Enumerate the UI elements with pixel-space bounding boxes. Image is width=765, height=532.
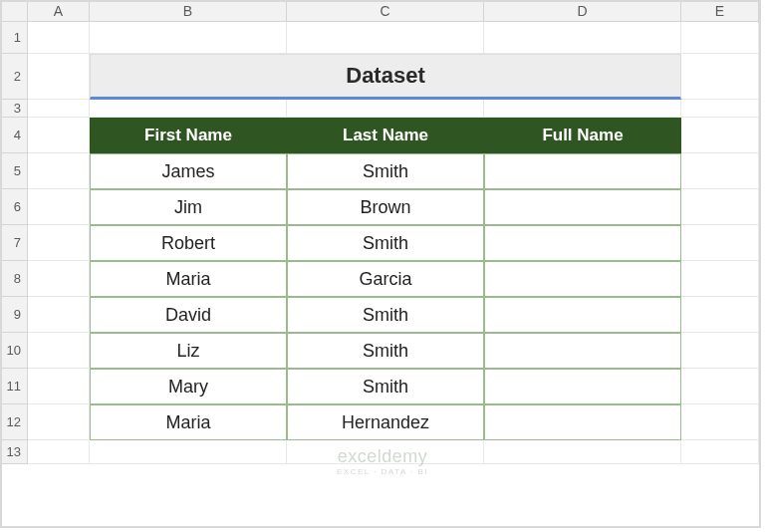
- cell-C13[interactable]: [287, 440, 484, 464]
- row-header-13[interactable]: 13: [0, 440, 28, 464]
- cell-E2[interactable]: [681, 54, 759, 100]
- cell-C11[interactable]: Smith: [287, 369, 484, 404]
- cell-C1[interactable]: [287, 22, 484, 54]
- cell-B11[interactable]: Mary: [90, 369, 287, 404]
- cell-C12[interactable]: Hernandez: [287, 404, 484, 440]
- cell-D8[interactable]: [484, 261, 681, 297]
- cell-E7[interactable]: [681, 225, 759, 261]
- cell-A8[interactable]: [28, 261, 90, 297]
- cell-A13[interactable]: [28, 440, 90, 464]
- cell-D12[interactable]: [484, 404, 681, 440]
- cell-E5[interactable]: [681, 153, 759, 189]
- cell-A5[interactable]: [28, 153, 90, 189]
- cell-A10[interactable]: [28, 333, 90, 369]
- cell-A12[interactable]: [28, 404, 90, 440]
- header-last-name[interactable]: Last Name: [287, 118, 484, 153]
- col-header-E[interactable]: E: [681, 0, 759, 22]
- cell-E6[interactable]: [681, 189, 759, 225]
- cell-D10[interactable]: [484, 333, 681, 369]
- col-header-A[interactable]: A: [28, 0, 90, 22]
- row-header-6[interactable]: 6: [0, 189, 28, 225]
- cell-C8[interactable]: Garcia: [287, 261, 484, 297]
- cell-B10[interactable]: Liz: [90, 333, 287, 369]
- row-header-9[interactable]: 9: [0, 297, 28, 333]
- row-header-7[interactable]: 7: [0, 225, 28, 261]
- row-header-12[interactable]: 12: [0, 404, 28, 440]
- cell-B6[interactable]: Jim: [90, 189, 287, 225]
- row-header-3[interactable]: 3: [0, 100, 28, 118]
- cell-B3[interactable]: [90, 100, 287, 118]
- cell-E12[interactable]: [681, 404, 759, 440]
- cell-E1[interactable]: [681, 22, 759, 54]
- cell-B8[interactable]: Maria: [90, 261, 287, 297]
- cell-A7[interactable]: [28, 225, 90, 261]
- cell-D9[interactable]: [484, 297, 681, 333]
- row-header-2[interactable]: 2: [0, 54, 28, 100]
- cell-E4[interactable]: [681, 118, 759, 153]
- cell-E8[interactable]: [681, 261, 759, 297]
- cell-B9[interactable]: David: [90, 297, 287, 333]
- col-header-D[interactable]: D: [484, 0, 681, 22]
- row-header-11[interactable]: 11: [0, 369, 28, 404]
- cell-A1[interactable]: [28, 22, 90, 54]
- cell-A4[interactable]: [28, 118, 90, 153]
- header-full-name[interactable]: Full Name: [484, 118, 681, 153]
- cell-E10[interactable]: [681, 333, 759, 369]
- col-header-C[interactable]: C: [287, 0, 484, 22]
- cell-A3[interactable]: [28, 100, 90, 118]
- cell-B5[interactable]: James: [90, 153, 287, 189]
- cell-C7[interactable]: Smith: [287, 225, 484, 261]
- select-all-corner[interactable]: [0, 0, 28, 22]
- cell-E11[interactable]: [681, 369, 759, 404]
- cell-C6[interactable]: Brown: [287, 189, 484, 225]
- watermark-sub: EXCEL · DATA · BI: [337, 467, 428, 476]
- col-header-B[interactable]: B: [90, 0, 287, 22]
- cell-D1[interactable]: [484, 22, 681, 54]
- dataset-title[interactable]: Dataset: [90, 54, 681, 100]
- cell-E9[interactable]: [681, 297, 759, 333]
- header-first-name[interactable]: First Name: [90, 118, 287, 153]
- cell-B12[interactable]: Maria: [90, 404, 287, 440]
- cell-D11[interactable]: [484, 369, 681, 404]
- cell-D3[interactable]: [484, 100, 681, 118]
- cell-A9[interactable]: [28, 297, 90, 333]
- cell-A6[interactable]: [28, 189, 90, 225]
- row-header-8[interactable]: 8: [0, 261, 28, 297]
- cell-B13[interactable]: [90, 440, 287, 464]
- cell-B1[interactable]: [90, 22, 287, 54]
- cell-D13[interactable]: [484, 440, 681, 464]
- cell-E13[interactable]: [681, 440, 759, 464]
- cell-D5[interactable]: [484, 153, 681, 189]
- spreadsheet-grid: A B C D E 1 2 3 4 5 6 7 8 9 10 11 12 13 …: [0, 0, 765, 464]
- cell-C5[interactable]: Smith: [287, 153, 484, 189]
- row-header-5[interactable]: 5: [0, 153, 28, 189]
- row-header-10[interactable]: 10: [0, 333, 28, 369]
- cell-B7[interactable]: Robert: [90, 225, 287, 261]
- cell-C3[interactable]: [287, 100, 484, 118]
- row-header-4[interactable]: 4: [0, 118, 28, 153]
- cell-C9[interactable]: Smith: [287, 297, 484, 333]
- cell-D7[interactable]: [484, 225, 681, 261]
- row-header-1[interactable]: 1: [0, 22, 28, 54]
- cell-A11[interactable]: [28, 369, 90, 404]
- cell-D6[interactable]: [484, 189, 681, 225]
- cell-C10[interactable]: Smith: [287, 333, 484, 369]
- cell-E3[interactable]: [681, 100, 759, 118]
- cell-A2[interactable]: [28, 54, 90, 100]
